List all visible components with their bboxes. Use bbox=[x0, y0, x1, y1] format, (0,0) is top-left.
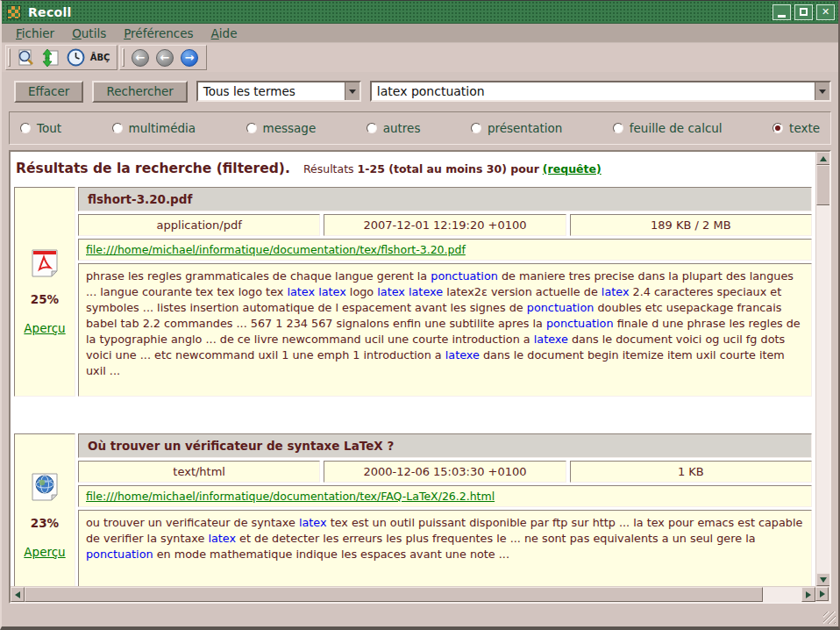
titlebar: Recoll ✕ bbox=[2, 1, 838, 24]
clock-icon bbox=[67, 48, 85, 67]
result-snippet: ou trouver un verificateur de syntaxe la… bbox=[78, 510, 812, 586]
category-filter-panel: Tout multimédia message autres présentat… bbox=[9, 111, 831, 145]
vertical-scroll-thumb[interactable] bbox=[816, 165, 830, 205]
toolbar-drag-handle[interactable] bbox=[8, 48, 11, 67]
pdf-file-icon bbox=[32, 249, 58, 277]
query-value: latex ponctuation bbox=[372, 84, 815, 98]
filter-radio-texte[interactable]: texte bbox=[772, 121, 820, 135]
previous-page-arrow-icon: ← bbox=[156, 49, 174, 67]
result-meta-row: text/html 2000-12-06 15:03:30 +0100 1 KB bbox=[78, 461, 812, 483]
query-combobox[interactable]: latex ponctuation bbox=[370, 81, 831, 102]
highlighted-term: latex latex bbox=[287, 285, 345, 298]
next-page-arrow-icon: → bbox=[181, 49, 198, 67]
result-url-link[interactable]: file:///home/michael/informatique/docume… bbox=[86, 490, 495, 503]
result-1-side: 25% Aperçu bbox=[14, 187, 75, 397]
horizontal-scroll-track[interactable] bbox=[763, 587, 801, 602]
arrow-right-icon bbox=[820, 591, 829, 598]
menu-outils[interactable]: Outils bbox=[65, 25, 113, 41]
result-date: 2007-12-01 12:19:20 +0100 bbox=[324, 214, 566, 236]
first-page-arrow-icon: ← bbox=[132, 49, 149, 67]
filter-label: message bbox=[263, 121, 317, 135]
highlighted-term: latex bbox=[602, 285, 630, 298]
radio-icon bbox=[471, 123, 481, 133]
results-frame: Résultats de la recherche (filtered). Ré… bbox=[9, 150, 831, 604]
result-snippet: phrase les regles grammaticales de chaqu… bbox=[78, 263, 812, 397]
toolbar-drag-handle[interactable] bbox=[122, 48, 125, 67]
history-button[interactable] bbox=[64, 47, 87, 68]
horizontal-scroll-thumb[interactable] bbox=[25, 587, 763, 602]
scroll-up-button[interactable] bbox=[816, 152, 830, 165]
menu-preferences[interactable]: Préférences bbox=[117, 25, 200, 41]
results-gap bbox=[14, 397, 814, 432]
highlighted-term: latexe bbox=[445, 348, 480, 362]
filter-radio-autres[interactable]: autres bbox=[367, 121, 421, 135]
highlighted-term: ponctuation bbox=[86, 548, 153, 561]
resize-grip-icon[interactable] bbox=[823, 612, 836, 624]
radio-icon bbox=[112, 123, 123, 133]
menu-fichier[interactable]: Fichier bbox=[9, 25, 61, 41]
term-explorer-button[interactable]: ÂBÇ bbox=[89, 47, 111, 68]
close-button[interactable]: ✕ bbox=[816, 4, 835, 20]
results-list: Résultats de la recherche (filtered). Ré… bbox=[11, 152, 815, 586]
result-url-link[interactable]: file:///home/michael/informatique/docume… bbox=[86, 243, 466, 256]
search-mode-value: Tous les termes bbox=[198, 84, 345, 98]
result-url-cell: file:///home/michael/informatique/docume… bbox=[78, 485, 812, 507]
filter-label: présentation bbox=[488, 121, 562, 135]
search-mode-combobox[interactable]: Tous les termes bbox=[196, 81, 361, 102]
status-bar bbox=[2, 604, 838, 626]
scroll-right-button[interactable] bbox=[815, 587, 829, 601]
maximize-icon bbox=[800, 8, 808, 16]
highlighted-term: ponctuation bbox=[546, 317, 614, 330]
filter-radio-tout[interactable]: Tout bbox=[20, 121, 61, 135]
radio-icon bbox=[613, 123, 623, 133]
scroll-left-button[interactable] bbox=[11, 587, 25, 602]
recoll-app-icon bbox=[7, 5, 21, 19]
preview-link[interactable]: Aperçu bbox=[24, 545, 65, 559]
horizontal-scrollbar[interactable] bbox=[11, 586, 815, 602]
recoll-window: Recoll ✕ Fichier Outils Préférences Aide bbox=[0, 0, 840, 630]
term-explorer-icon: ÂBÇ bbox=[90, 53, 110, 62]
result-meta-row: application/pdf 2007-12-01 12:19:20 +010… bbox=[78, 214, 812, 236]
highlighted-term: ponctuation bbox=[431, 269, 498, 283]
filter-radio-presentation[interactable]: présentation bbox=[471, 121, 562, 135]
scrollbar-corner bbox=[815, 586, 829, 602]
radio-icon bbox=[20, 123, 31, 133]
filter-label: feuille de calcul bbox=[630, 121, 723, 135]
scroll-down-button[interactable] bbox=[816, 573, 830, 586]
results-title: Résultats de la recherche (filtered). bbox=[16, 161, 290, 176]
result-row-2: 23% Aperçu Où trouver un vérificateur de… bbox=[14, 433, 812, 586]
first-page-button[interactable]: ← bbox=[129, 47, 152, 68]
chevron-down-icon[interactable] bbox=[345, 82, 359, 100]
html-file-icon bbox=[32, 473, 58, 501]
result-size: 189 KB / 2 MB bbox=[570, 214, 812, 236]
arrow-up-icon bbox=[820, 153, 827, 161]
result-size: 1 KB bbox=[570, 461, 812, 483]
toolbar-group-nav: ← ← → bbox=[119, 45, 207, 70]
filter-radio-message[interactable]: message bbox=[246, 121, 317, 135]
previous-page-button[interactable]: ← bbox=[153, 47, 176, 68]
minimize-icon bbox=[778, 15, 786, 18]
menu-aide[interactable]: Aide bbox=[204, 25, 245, 41]
filter-radio-multimedia[interactable]: multimédia bbox=[112, 121, 196, 135]
filter-radio-feuille-de-calcul[interactable]: feuille de calcul bbox=[613, 121, 723, 135]
maximize-button[interactable] bbox=[794, 4, 813, 20]
preview-link[interactable]: Aperçu bbox=[24, 321, 65, 335]
next-page-button[interactable]: → bbox=[178, 47, 201, 68]
result-date: 2000-12-06 15:03:30 +0100 bbox=[324, 461, 566, 483]
highlighted-term: latex latexe bbox=[377, 285, 443, 298]
vertical-scrollbar[interactable] bbox=[815, 152, 829, 586]
search-button[interactable]: Rechercher bbox=[92, 81, 187, 103]
scroll-right-button[interactable] bbox=[801, 587, 815, 602]
chevron-down-icon[interactable] bbox=[815, 82, 829, 100]
minimize-button[interactable] bbox=[772, 4, 791, 20]
result-2-side: 23% Aperçu bbox=[14, 433, 75, 586]
query-details-link[interactable]: (requête) bbox=[543, 162, 602, 175]
result-mime: text/html bbox=[78, 461, 320, 483]
results-count-prefix: Résultats bbox=[303, 162, 354, 175]
arrow-down-icon bbox=[820, 577, 827, 586]
main-area: Effacer Rechercher Tous les termes latex… bbox=[2, 72, 838, 626]
update-index-button[interactable] bbox=[39, 47, 62, 68]
results-header: Résultats de la recherche (filtered). Ré… bbox=[14, 155, 814, 185]
clear-button[interactable]: Effacer bbox=[14, 81, 83, 103]
advanced-search-button[interactable] bbox=[15, 47, 38, 68]
